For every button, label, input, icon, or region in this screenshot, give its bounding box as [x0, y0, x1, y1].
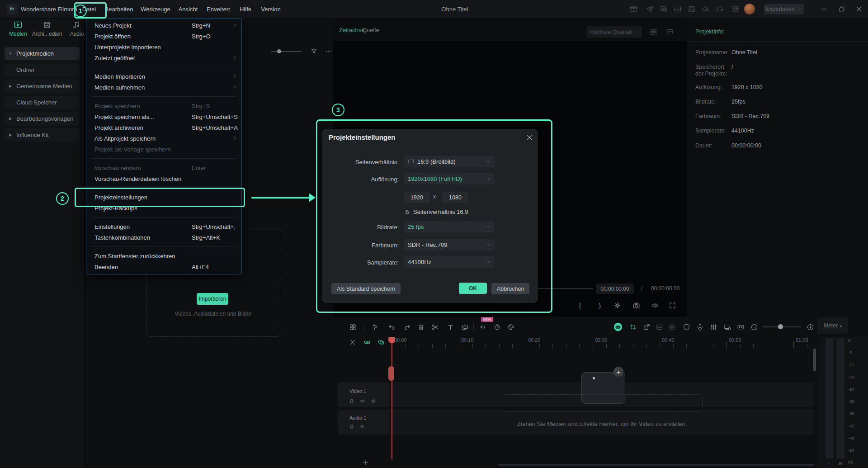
- link-clips-icon[interactable]: [363, 339, 371, 346]
- zoom-in-icon[interactable]: [804, 321, 816, 333]
- dialog-close-icon[interactable]: [525, 133, 533, 142]
- samplerate-select[interactable]: 44100Hz: [404, 256, 495, 268]
- menu-item-tastenkombinationen[interactable]: TastenkombinationenStrg+Alt+K: [86, 232, 241, 243]
- vertical-scrollbar[interactable]: [813, 349, 816, 371]
- mark-in-icon[interactable]: {: [575, 300, 585, 311]
- unlink-clip-icon[interactable]: [349, 339, 356, 346]
- horizontal-scrollbar[interactable]: [498, 464, 814, 466]
- fullscreen-icon[interactable]: [667, 300, 678, 311]
- render-preview-icon[interactable]: [666, 321, 678, 333]
- tab-zeitachse[interactable]: Zeitachse: [339, 19, 364, 41]
- snap-icon[interactable]: [377, 339, 385, 346]
- framerate-select[interactable]: 25 fps: [404, 221, 495, 232]
- menu-item-medien-aufnehmen[interactable]: Medien aufnehmen: [86, 82, 241, 93]
- meter-dropdown[interactable]: Meter ▴: [817, 317, 848, 334]
- scopes-icon[interactable]: [664, 26, 675, 38]
- image-play-icon[interactable]: [653, 321, 665, 333]
- menu-item-projekt-als-vorlage-speichern[interactable]: Projekt als Vorlage speichern: [86, 144, 241, 155]
- zoom-out-icon[interactable]: [748, 321, 760, 333]
- menu-item-projekteinstellungen[interactable]: Projekteinstellungen: [86, 192, 241, 203]
- lock-track-icon[interactable]: [348, 397, 355, 405]
- menu-item-vorschau-renderdateien-loeschen[interactable]: Vorschau-Renderdateien löschen: [86, 173, 241, 184]
- text-tool-icon[interactable]: [444, 321, 456, 333]
- fit-timeline-icon[interactable]: [735, 321, 746, 333]
- filter-icon[interactable]: [310, 47, 318, 55]
- select-tool-icon[interactable]: [369, 321, 381, 333]
- menubar-erweitert[interactable]: Erweitert: [202, 0, 234, 18]
- menu-item-zum-startfenster-zurueckkehren[interactable]: Zum Startfenster zurückkehren: [86, 251, 241, 261]
- smart-cut-icon[interactable]: [477, 321, 489, 333]
- menu-item-projekt-oeffnen[interactable]: Projekt öffnenStrg+O: [86, 31, 241, 42]
- sidebar-item-ordner[interactable]: Ordner: [5, 63, 80, 76]
- menu-item-projekt-backups[interactable]: Projekt-Backups: [86, 203, 241, 213]
- menu-item-medien-importieren[interactable]: Medien Importieren: [86, 71, 241, 82]
- height-input[interactable]: [442, 192, 468, 203]
- tab-quelle[interactable]: Quelle: [362, 19, 379, 41]
- menubar-hilfe[interactable]: Hilfe: [235, 0, 256, 18]
- mark-out-icon[interactable]: }: [594, 300, 605, 311]
- ai-speed-icon[interactable]: [491, 321, 503, 333]
- menu-item-projekt-speichern[interactable]: Projekt speichernStrg+S: [86, 100, 241, 111]
- menu-item-unterprojekte-importieren[interactable]: Unterprojekte importieren: [86, 42, 241, 52]
- timeline-dropzone[interactable]: [503, 394, 703, 412]
- add-track-button[interactable]: +: [363, 458, 368, 468]
- save-as-default-button[interactable]: Als Standard speichern: [331, 283, 401, 294]
- ok-button[interactable]: OK: [459, 283, 487, 294]
- multicam-icon[interactable]: [647, 26, 659, 38]
- menubar-version[interactable]: Version: [256, 0, 285, 18]
- sidebar-item-influence-kit[interactable]: ▶ Influence Kit: [5, 128, 80, 142]
- thumbnail-size-slider-handle[interactable]: [277, 49, 281, 53]
- playback-quality-dropdown[interactable]: Höchste Qualität: [587, 26, 642, 38]
- mute-track-icon[interactable]: [359, 397, 366, 405]
- workspace-icon[interactable]: [672, 3, 684, 15]
- add-media-icon[interactable]: +: [613, 367, 623, 377]
- timeline-zoom-slider-handle[interactable]: [778, 324, 783, 329]
- volume-icon[interactable]: [649, 300, 660, 311]
- mute-track-icon[interactable]: [359, 423, 366, 430]
- clip-marker[interactable]: [388, 366, 394, 381]
- settings-icon[interactable]: [612, 300, 623, 311]
- save-icon[interactable]: [686, 3, 698, 15]
- sidebar-item-bearbeitungsvorlagen[interactable]: ▶ Bearbeitungsvorlagen: [5, 112, 80, 125]
- menu-item-projekt-speichern-als[interactable]: Projekt speichern als...Strg+Umschalt+S: [86, 111, 241, 122]
- redo-icon[interactable]: [401, 321, 413, 333]
- menu-item-einstellungen[interactable]: EinstellungenStrg+Umschalt+,: [86, 221, 241, 232]
- playhead-handle[interactable]: [388, 337, 395, 343]
- sidebar-item-projektmedien[interactable]: ▼ Projektmedien: [5, 47, 80, 60]
- aspect-ratio-select[interactable]: 16:9 (Breitbild): [404, 156, 495, 167]
- screen-record-icon[interactable]: [721, 321, 733, 333]
- ai-color-icon[interactable]: [505, 321, 517, 333]
- audio-mixer-icon[interactable]: [708, 321, 719, 333]
- avatar[interactable]: [744, 4, 755, 14]
- ai-copilot-icon[interactable]: [612, 321, 624, 333]
- delete-icon[interactable]: [415, 321, 427, 333]
- menubar-ansicht[interactable]: Ansicht: [174, 0, 203, 18]
- support-icon[interactable]: [714, 3, 726, 15]
- export-clip-icon[interactable]: [641, 321, 652, 333]
- ruler-minor-ticks[interactable]: [392, 344, 814, 348]
- hide-track-icon[interactable]: [370, 397, 377, 405]
- cloud-sync-icon[interactable]: [700, 3, 712, 15]
- aspect-lock-toggle[interactable]: Seitenverhältnis 16:9: [404, 208, 468, 215]
- menu-item-als-altprojekt-speichern[interactable]: Als Altprojekt speichern: [86, 133, 241, 144]
- menu-item-neues-projekt[interactable]: Neues ProjektStrg+N: [86, 20, 241, 31]
- thumbnail-size-slider[interactable]: [271, 51, 302, 52]
- undo-icon[interactable]: [386, 321, 397, 333]
- menu-item-projekt-archivieren[interactable]: Projekt archivierenStrg+Umschalt+A: [86, 122, 241, 133]
- more-options-icon[interactable]: [324, 47, 332, 55]
- timecode-current[interactable]: 00:00:00:00: [596, 284, 634, 294]
- width-input[interactable]: [404, 192, 430, 203]
- snapshot-icon[interactable]: [631, 300, 642, 311]
- auto-reframe-icon[interactable]: [627, 321, 639, 333]
- split-icon[interactable]: [429, 321, 441, 333]
- import-button[interactable]: Importieren: [197, 293, 228, 305]
- apps-icon[interactable]: [730, 3, 741, 15]
- menubar-bearbeiten[interactable]: Bearbeiten: [100, 0, 138, 18]
- layout-icon[interactable]: [347, 321, 359, 333]
- menubar-werkzeuge[interactable]: Werkzeuge: [136, 0, 175, 18]
- menu-item-vorschau-rendern[interactable]: Vorschau rendernEnter: [86, 162, 241, 173]
- menu-item-zuletzt-geoeffnet[interactable]: Zuletzt geöffnet: [86, 52, 241, 63]
- playhead[interactable]: [392, 337, 392, 459]
- overlap-icon[interactable]: [459, 321, 471, 333]
- cancel-button[interactable]: Abbrechen: [491, 283, 529, 294]
